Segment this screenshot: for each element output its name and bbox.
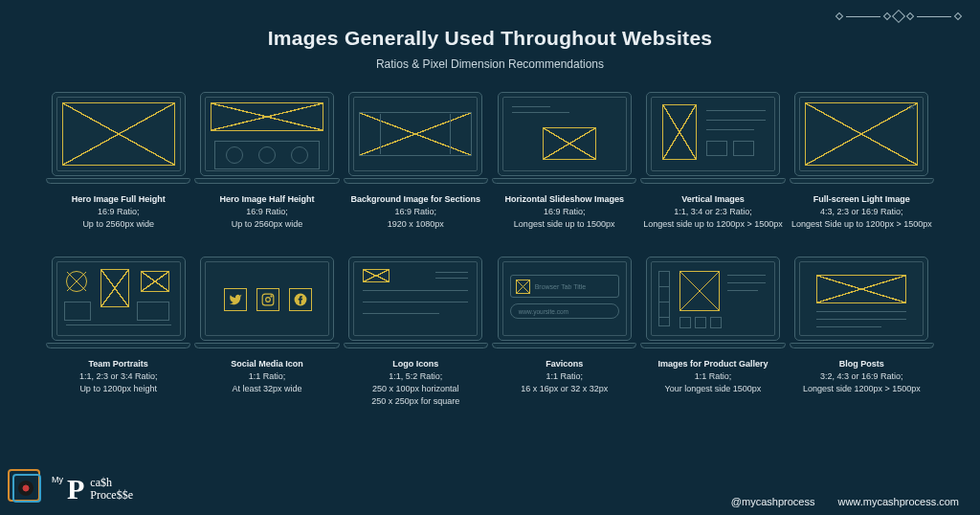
item-ratio: 16:9 Ratio; (72, 206, 166, 218)
brand-logo: My P ca$h Proce$$e (8, 469, 133, 509)
item-hero-half: Hero Image Half Height 16:9 Ratio; Up to… (196, 92, 337, 245)
item-logo-icons: Logo Icons 1:1, 5:2 Ratio; 250 x 100px h… (345, 257, 486, 410)
brand-line2: Proce$$e (90, 488, 133, 502)
item-name: Horizontal Slideshow Images (504, 193, 624, 206)
svg-point-2 (271, 296, 272, 297)
item-name: Logo Icons (371, 358, 459, 370)
item-name: Favicons (521, 358, 608, 370)
item-ratio: 16:9 Ratio; (219, 206, 314, 218)
brand-text: ca$h Proce$$e (90, 477, 133, 502)
item-social-icon: Social Media Icon 1:1 Ratio; At least 32… (196, 257, 337, 410)
item-hero-full: Hero Image Full Height 16:9 Ratio; Up to… (48, 92, 189, 245)
website-url: www.mycashprocess.com (837, 496, 959, 507)
item-name: Background Image for Sections (351, 193, 481, 206)
social-handle: @mycashprocess (731, 496, 815, 507)
item-dim: At least 32px wide (231, 383, 303, 395)
instagram-icon (256, 288, 279, 311)
footer: @mycashprocess www.mycashprocess.com (731, 496, 959, 507)
item-name: Hero Image Half Height (219, 193, 314, 206)
item-dim: 250 x 100px horizontal (371, 383, 459, 395)
item-blog-posts: Blog Posts 3:2, 4:3 or 16:9 Ratio; Longe… (791, 257, 932, 410)
item-name: Social Media Icon (231, 358, 303, 370)
item-dim: Up to 1200px height (79, 383, 158, 395)
item-dim: Your longest side 1500px (657, 383, 768, 395)
item-name: Blog Posts (803, 358, 921, 370)
item-product-gallery: Images for Product Gallery 1:1 Ratio; Yo… (642, 257, 783, 410)
item-ratio: 16:9 Ratio; (351, 206, 481, 218)
item-dim: 1920 x 1080px (351, 218, 481, 231)
item-dim: Longest side up to 1200px > 1500px (643, 218, 782, 231)
item-vertical: Vertical Images 1:1, 3:4 or 2:3 Ratio; L… (642, 92, 783, 245)
brand-p-icon: P (67, 473, 84, 505)
twitter-icon (224, 288, 247, 311)
item-dim: Longest side up to 1500px (504, 218, 624, 231)
item-name: Images for Product Gallery (657, 358, 768, 370)
page-title: Images Generally Used Throughout Website… (0, 27, 980, 50)
item-ratio: 16:9 Ratio; (504, 206, 624, 218)
diagram-grid: Hero Image Full Height 16:9 Ratio; Up to… (0, 71, 980, 410)
item-dim: Up to 2560px wide (219, 218, 314, 231)
item-name: Team Portraits (79, 358, 158, 370)
item-dim-2: 250 x 250px for square (371, 395, 459, 408)
item-dim: 16 x 16px or 32 x 32px (521, 383, 608, 395)
item-ratio: 4:3, 2:3 or 16:9 Ratio; (791, 206, 932, 218)
item-horizontal-slideshow: Horizontal Slideshow Images 16:9 Ratio; … (494, 92, 635, 245)
svg-point-1 (266, 298, 271, 302)
item-ratio: 1:1, 2:3 or 3:4 Ratio; (79, 370, 158, 383)
item-name: Hero Image Full Height (72, 193, 166, 206)
item-favicons: Browser Tab Title www.yoursite.com Favic… (494, 257, 635, 410)
facebook-icon (289, 288, 312, 311)
brand-my: My (52, 475, 63, 484)
brand-line1: ca$h (90, 476, 112, 489)
item-ratio: 1:1, 3:4 or 2:3 Ratio; (643, 206, 782, 218)
item-ratio: 1:1, 5:2 Ratio; (371, 370, 459, 383)
decorative-flourish (836, 10, 961, 23)
page-subtitle: Ratios & Pixel Dimension Recommendations (0, 57, 980, 71)
item-fullscreen-light: ✕ Full-screen Light Image 4:3, 2:3 or 16… (791, 92, 932, 245)
item-ratio: 1:1 Ratio; (231, 370, 303, 383)
item-dim: Longest side 1200px > 1500px (803, 383, 921, 395)
item-name: Full-screen Light Image (791, 193, 932, 206)
item-dim: Longest Side up to 1200px > 1500px (791, 218, 932, 231)
item-ratio: 3:2, 4:3 or 16:9 Ratio; (803, 370, 921, 383)
item-team-portraits: Team Portraits 1:1, 2:3 or 3:4 Ratio; Up… (48, 257, 189, 410)
item-ratio: 1:1 Ratio; (657, 370, 768, 383)
header: Images Generally Used Throughout Website… (0, 0, 980, 71)
item-name: Vertical Images (643, 193, 782, 206)
browser-url-text: www.yoursite.com (519, 308, 568, 315)
browser-tab-text: Browser Tab Title (535, 283, 587, 290)
item-dim: Up to 2560px wide (72, 218, 166, 231)
brand-mark-icon (8, 469, 48, 509)
item-ratio: 1:1 Ratio; (521, 370, 608, 383)
item-bg-sections: Background Image for Sections 16:9 Ratio… (345, 92, 486, 245)
